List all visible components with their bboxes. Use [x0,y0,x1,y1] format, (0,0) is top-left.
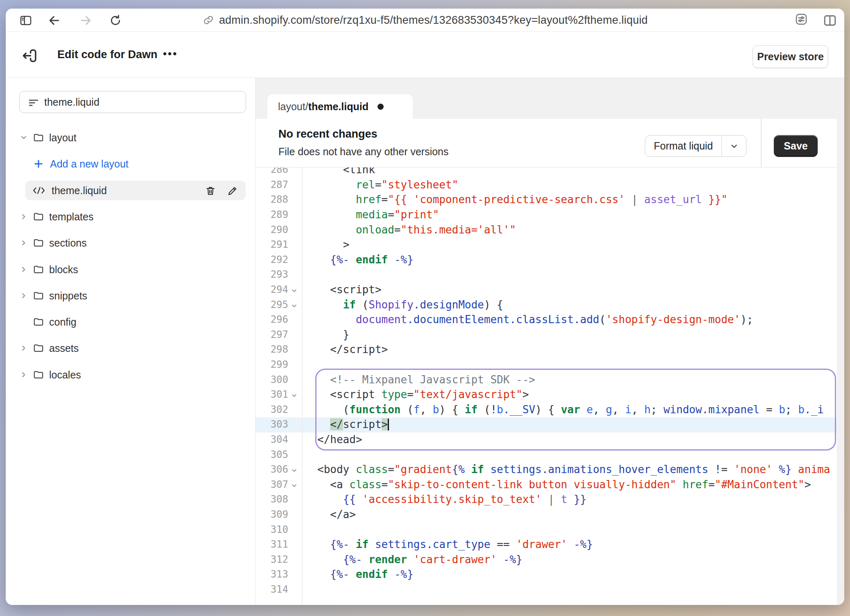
line-number: 307 [255,479,288,490]
chevron-right-icon[interactable] [19,238,28,247]
code-line-289[interactable]: 289 media="print" [255,208,837,223]
line-number: 312 [255,554,288,565]
format-liquid-label[interactable]: Format liquid [645,136,721,156]
scrollbar-track[interactable] [837,78,844,605]
sidebar-item-add-new-layout[interactable]: Add a new layout [6,154,255,174]
save-button[interactable]: Save [774,135,818,157]
code-line-314[interactable]: 314 [255,582,837,598]
code-line-290[interactable]: 290 onload="this.media='all'" [255,223,837,238]
folder-icon [33,342,44,354]
code-editor[interactable]: 286 <link287 rel="stylesheet"288 href="{… [255,168,837,605]
code-text: {%- endif -%} [317,254,414,266]
fold-chevron-icon[interactable] [291,302,298,309]
code-line-309[interactable]: 309 </a> [255,507,837,523]
folder-icon [33,316,44,328]
code-text: > [317,238,349,251]
rename-file-icon[interactable] [227,185,238,197]
file-search-box[interactable] [19,91,246,113]
code-text: <script type="text/javascript"> [317,388,529,401]
format-options-caret[interactable] [721,136,746,156]
sidebar-item-templates[interactable]: templates [6,207,255,226]
fold-chevron-icon[interactable] [291,392,298,399]
delete-file-icon[interactable] [205,185,216,197]
chevron-right-icon[interactable] [19,212,28,221]
code-text: (function (f, b) { if (!b.__SV) { var e,… [317,403,824,416]
sidebar-item-assets[interactable]: assets [6,338,255,358]
sidebar-item-label: Add a new layout [50,158,129,170]
code-line-291[interactable]: 291 > [255,238,837,253]
code-line-296[interactable]: 296 document.documentElement.classList.a… [255,313,837,328]
chevron-down-icon[interactable] [19,133,28,142]
line-number: 300 [255,374,288,385]
sidebar-item-sections[interactable]: sections [6,233,255,253]
chevron-right-icon[interactable] [19,344,28,353]
code-line-308[interactable]: 308 {{ 'accessibility.skip_to_text' | t … [255,492,837,507]
search-input[interactable] [44,91,241,113]
code-line-306[interactable]: 306<body class="gradient{% if settings.a… [255,462,837,478]
chevron-right-icon[interactable] [19,265,28,274]
sidebar-item-blocks[interactable]: blocks [6,260,255,279]
file-sidebar: layoutAdd a new layouttheme.liquidtempla… [6,78,255,605]
sidebar-item-label: sections [49,237,87,249]
desktop-wallpaper: { "theme": { "blue": "#1c6ae4", "purple"… [0,0,850,616]
browser-window: admin.shopify.com/store/rzq1xu-f5/themes… [6,9,844,605]
line-number: 294 [255,284,288,295]
split-view-icon[interactable] [823,13,837,28]
code-line-287[interactable]: 287 rel="stylesheet" [255,178,837,193]
code-line-302[interactable]: 302 (function (f, b) { if (!b.__SV) { va… [255,403,837,418]
code-line-312[interactable]: 312 {%- render 'cart-drawer' -%} [255,553,837,568]
code-text: </head> [317,433,362,446]
code-line-293[interactable]: 293 [255,267,837,283]
code-line-311[interactable]: 311 {%- if settings.cart_type == 'drawer… [255,537,837,553]
url-text: admin.shopify.com/store/rzq1xu-f5/themes… [219,14,648,27]
folder-icon [33,290,44,301]
code-line-286[interactable]: 286 <link [255,168,837,178]
chevron-right-icon[interactable] [19,291,28,300]
more-actions-button[interactable]: ••• [160,44,181,63]
code-text: {{ 'accessibility.skip_to_text' | t }} [317,493,586,505]
fold-chevron-icon[interactable] [291,467,298,474]
tab-file-name: theme.liquid [308,101,368,113]
line-number: 289 [255,209,288,220]
code-line-294[interactable]: 294 <script> [255,283,837,298]
code-line-300[interactable]: 300 <!-- Mixpanel Javascript SDK --> [255,373,837,388]
chevron-right-icon[interactable] [19,370,28,379]
fold-chevron-icon[interactable] [291,287,298,294]
chevron-down-icon [729,141,739,151]
tab-path-prefix: layout/ [278,101,308,113]
code-line-301[interactable]: 301 <script type="text/javascript"> [255,387,837,403]
code-line-297[interactable]: 297 } [255,328,837,343]
preview-store-button[interactable]: Preview store [753,45,828,68]
code-line-295[interactable]: 295 if (Shopify.designMode) { [255,298,837,313]
code-line-292[interactable]: 292 {%- endif -%} [255,253,837,268]
sidebar-item-config[interactable]: config [6,312,255,332]
code-line-313[interactable]: 313 {%- endif -%} [255,567,837,582]
address-bar[interactable]: admin.shopify.com/store/rzq1xu-f5/themes… [6,9,844,32]
page-settings-icon[interactable] [794,12,809,27]
code-line-303[interactable]: 303 </script> [255,417,837,433]
sidebar-item-theme-liquid[interactable]: theme.liquid [6,181,255,200]
sidebar-item-label: config [49,316,77,328]
tab-theme-liquid[interactable]: layout/theme.liquid [267,94,413,119]
exit-code-editor-button[interactable] [20,47,38,65]
code-line-299[interactable]: 299 [255,358,837,373]
code-text: } [317,328,349,341]
fold-chevron-icon[interactable] [291,482,298,489]
code-text: href="{{ 'component-predictive-search.cs… [317,193,728,206]
code-line-288[interactable]: 288 href="{{ 'component-predictive-searc… [255,192,837,208]
sidebar-item-layout[interactable]: layout [6,128,255,147]
code-line-304[interactable]: 304</head> [255,433,837,448]
code-line-305[interactable]: 305 [255,448,837,463]
tab-strip: layout/theme.liquid [255,78,844,119]
code-line-298[interactable]: 298 </script> [255,342,837,358]
sidebar-item-locales[interactable]: locales [6,365,255,385]
code-text: <link [317,168,375,176]
line-number: 287 [255,179,288,190]
status-title: No recent changes [278,128,378,140]
sidebar-item-snippets[interactable]: snippets [6,286,255,306]
code-line-310[interactable]: 310 [255,523,837,538]
format-liquid-button[interactable]: Format liquid [645,135,746,157]
line-number: 290 [255,224,288,236]
line-number: 303 [255,419,288,430]
code-line-307[interactable]: 307 <a class="skip-to-content-link butto… [255,478,837,493]
